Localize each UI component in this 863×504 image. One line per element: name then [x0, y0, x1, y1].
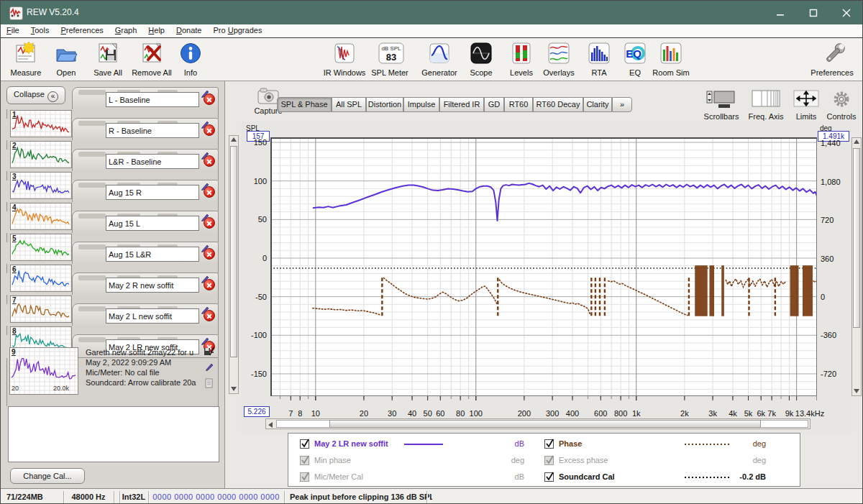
graph-tab-rt60-decay[interactable]: RT60 Decay — [533, 97, 583, 112]
toolbar-button-generator[interactable]: Generator — [416, 40, 462, 80]
legend-checkbox-may-2-lr-new-soffit[interactable] — [300, 439, 309, 449]
toolbar-button-ir-windows[interactable]: IR Windows — [321, 40, 367, 80]
change-cal-button[interactable]: Change Cal... — [10, 468, 85, 484]
measurement-thumbnail-4[interactable]: 4 — [10, 203, 72, 230]
legend-label: Phase — [559, 439, 582, 448]
scroll-up-arrow[interactable] — [231, 137, 237, 142]
toolbar-button-measure[interactable]: Measure — [3, 40, 49, 80]
scroll-left-arrow[interactable] — [268, 422, 273, 428]
menu-item-tools[interactable]: Tools — [25, 24, 55, 38]
legend-checkbox-soundcard-cal[interactable] — [544, 472, 554, 482]
measurement-thumbnail-3[interactable]: 3 — [10, 172, 72, 199]
gen-icon — [427, 41, 452, 65]
legend-checkbox-excess-phase[interactable] — [544, 456, 554, 465]
measurement-detail-line: May 2, 2022 9:09:29 AM — [86, 358, 202, 367]
delete-measurement-button-1[interactable] — [204, 93, 215, 105]
maximize-button[interactable] — [798, 1, 829, 24]
menu-item-file[interactable]: File — [1, 24, 25, 38]
delete-measurement-button-8[interactable] — [204, 310, 215, 321]
levels-icon — [509, 41, 534, 65]
collapse-button[interactable]: Collapse« — [6, 86, 65, 104]
graph-horizontal-scrollbar[interactable] — [265, 418, 811, 429]
close-button[interactable] — [831, 1, 862, 24]
delete-measurement-button-2[interactable] — [204, 124, 215, 136]
scroll-thumb[interactable] — [329, 420, 761, 428]
menu-item-help[interactable]: Help — [142, 24, 170, 38]
menu-item-preferences[interactable]: Preferences — [55, 24, 109, 38]
measurement-name-field-1[interactable] — [106, 92, 199, 107]
svg-text:83: 83 — [386, 52, 396, 63]
toolbar-button-preferences[interactable]: Preferences — [809, 40, 855, 80]
scroll-down-arrow[interactable] — [854, 389, 859, 393]
graph-tab-clarity[interactable]: Clarity — [583, 97, 612, 112]
measurement-name-field-8[interactable] — [106, 308, 199, 324]
menu-item-pro-upgrades[interactable]: Pro Upgrades — [207, 24, 268, 38]
legend-checkbox-mic-meter-cal[interactable] — [300, 472, 309, 482]
edit-measurement-icon[interactable] — [205, 362, 214, 372]
measurement-thumbnail-5[interactable]: 5 — [10, 234, 72, 261]
delete-measurement-button-5[interactable] — [204, 217, 215, 229]
status-cell-0: 71/224MB — [1, 490, 69, 504]
toolbar-button-spl-meter[interactable]: dB SPL83SPL Meter — [367, 40, 413, 80]
toolbar-button-room-sim[interactable]: Room Sim — [648, 40, 694, 80]
measurement-name-field-6[interactable] — [106, 247, 199, 262]
measurement-thumbnail-2[interactable]: 2 — [10, 141, 72, 168]
toolbar-button-open[interactable]: Open — [43, 40, 89, 80]
graph-tab-gd[interactable]: GD — [484, 97, 504, 112]
spl-phase-plot[interactable] — [270, 137, 817, 406]
menu-item-graph[interactable]: Graph — [109, 24, 143, 38]
scroll-down-arrow[interactable] — [231, 387, 237, 391]
measurement-thumbnail-6[interactable]: 6 — [10, 265, 72, 292]
measurement-number: 4 — [12, 203, 17, 211]
status-bar: 71/224MB48000 HzInt32L0000 0000 0000 000… — [1, 488, 863, 504]
graph-tool-scrollbars[interactable]: Scrollbars — [697, 88, 746, 122]
measurement-thumbnail-9[interactable]: 92020.0k — [9, 347, 78, 395]
measurement-name-field-2[interactable] — [106, 123, 199, 138]
graph-tab-distortion[interactable]: Distortion — [366, 97, 403, 112]
delete-measurement-button-6[interactable] — [204, 248, 215, 260]
measurement-notes-input[interactable] — [8, 406, 219, 462]
delete-measurement-button-3[interactable] — [204, 155, 215, 167]
graph-tab-rt60[interactable]: RT60 — [504, 97, 533, 112]
tab-meta-text — [78, 90, 106, 95]
delete-measurement-button-4[interactable] — [204, 186, 215, 198]
legend-checkbox-phase[interactable] — [544, 439, 554, 449]
freq-axis-tick: 400 — [557, 409, 588, 418]
legend-right-row-3: Soundcard Cal-0.2 dB — [544, 471, 782, 485]
graph-vertical-scrollbar[interactable] — [851, 137, 862, 396]
measurement-thumbnail-7[interactable]: 7 — [10, 295, 72, 323]
freq-axis-min-value[interactable]: 5.226 — [244, 406, 270, 417]
save-measurement-icon[interactable] — [204, 347, 214, 357]
menu-item-donate[interactable]: Donate — [170, 24, 207, 38]
delete-measurement-button-7[interactable] — [204, 279, 215, 290]
measurement-list-scrollbar[interactable] — [229, 135, 239, 394]
freq-axis-tick: 20 — [348, 409, 380, 418]
measurement-thumbnail-1[interactable]: 1 — [10, 110, 72, 137]
graph-tab--[interactable]: » — [612, 97, 632, 112]
toolbar-button-info[interactable]: Info — [168, 40, 214, 80]
measurement-name-field-7[interactable] — [106, 278, 199, 293]
scroll-up-arrow[interactable] — [854, 139, 859, 144]
minimize-button[interactable] — [764, 1, 796, 24]
notes-icon[interactable] — [205, 378, 214, 390]
graph-tab-filtered-ir[interactable]: Filtered IR — [439, 97, 484, 112]
status-cell-3: Int32L — [119, 490, 148, 504]
graph-tab-all-spl[interactable]: All SPL — [332, 97, 366, 112]
toolbar-button-label: Scope — [458, 68, 504, 77]
toolbar-button-label: Room Sim — [648, 68, 694, 77]
legend-checkbox-min-phase[interactable] — [300, 456, 309, 465]
toolbar-button-scope[interactable]: Scope — [458, 40, 504, 80]
toolbar-button-overlays[interactable]: Overlays — [536, 40, 582, 80]
graph-tab-impulse[interactable]: Impulse — [403, 97, 439, 112]
toolbar-button-save-all[interactable]: Save All — [85, 40, 131, 80]
rta-icon — [587, 41, 611, 65]
measurement-name-field-3[interactable] — [106, 154, 199, 169]
graph-tool-controls[interactable]: Controls — [817, 88, 863, 122]
legend-label: May 2 LR new soffit — [314, 439, 388, 448]
graph-tab-spl-phase[interactable]: SPL & Phase — [277, 97, 332, 112]
measurement-name-field-4[interactable] — [106, 185, 199, 200]
measurement-detail-line: Soundcard: Arrow calibrate 20a — [86, 378, 202, 388]
scroll-thumb[interactable] — [230, 146, 237, 357]
measurement-name-field-5[interactable] — [106, 216, 199, 231]
scroll-thumb[interactable] — [853, 148, 860, 328]
